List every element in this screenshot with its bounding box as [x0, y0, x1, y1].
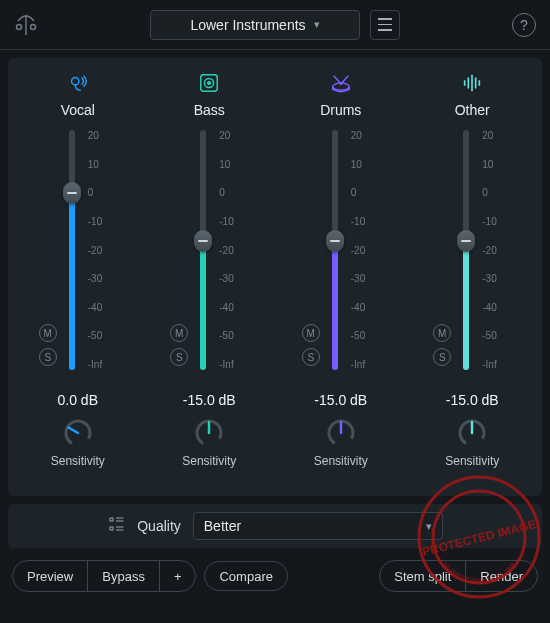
bypass-button[interactable]: Bypass	[87, 561, 159, 591]
mute-button[interactable]: M	[433, 324, 451, 342]
add-button[interactable]: +	[159, 561, 196, 591]
preview-button[interactable]: Preview	[13, 561, 87, 591]
svg-point-1	[31, 24, 36, 29]
scale-tick: 10	[88, 159, 118, 170]
scale-tick: -Inf	[351, 359, 381, 370]
db-scale: 20100-10-20-30-40-50-Inf	[478, 130, 512, 370]
db-scale: 20100-10-20-30-40-50-Inf	[215, 130, 249, 370]
scale-tick: 0	[219, 187, 249, 198]
sensitivity-knob[interactable]	[194, 418, 224, 448]
mute-solo-column: MS	[169, 130, 189, 370]
quality-icon	[107, 515, 125, 537]
solo-button[interactable]: S	[302, 348, 320, 366]
db-scale: 20100-10-20-30-40-50-Inf	[347, 130, 381, 370]
scale-tick: -20	[482, 245, 512, 256]
mute-button[interactable]: M	[302, 324, 320, 342]
db-readout: 0.0 dB	[58, 392, 98, 408]
sensitivity-label: Sensitivity	[51, 454, 105, 468]
gain-fader[interactable]	[60, 130, 82, 370]
db-readout: -15.0 dB	[183, 392, 236, 408]
scale-tick: -30	[88, 273, 118, 284]
fader-thumb[interactable]	[326, 230, 344, 252]
scale-tick: -10	[351, 216, 381, 227]
sensitivity-knob[interactable]	[63, 418, 93, 448]
mute-button[interactable]: M	[170, 324, 188, 342]
scale-tick: -20	[88, 245, 118, 256]
scale-tick: -10	[88, 216, 118, 227]
quality-dropdown[interactable]: Better ▾	[193, 512, 443, 540]
plugin-logo-icon	[14, 13, 38, 37]
header-bar: Lower Instruments ▾ ?	[0, 0, 550, 50]
scale-tick: 20	[88, 130, 118, 141]
scale-tick: 10	[482, 159, 512, 170]
channel-strip-bass: BassMS20100-10-20-30-40-50-Inf-15.0 dBSe…	[144, 68, 276, 484]
db-readout: -15.0 dB	[314, 392, 367, 408]
fader-thumb[interactable]	[194, 230, 212, 252]
svg-line-4	[68, 428, 78, 434]
help-button[interactable]: ?	[512, 13, 536, 37]
scale-tick: -Inf	[88, 359, 118, 370]
scale-tick: -50	[482, 330, 512, 341]
bass-icon	[198, 70, 220, 96]
compare-button[interactable]: Compare	[204, 561, 287, 591]
gain-fader[interactable]	[191, 130, 213, 370]
fader-thumb[interactable]	[63, 182, 81, 204]
fader-thumb[interactable]	[457, 230, 475, 252]
scale-tick: -50	[88, 330, 118, 341]
solo-button[interactable]: S	[433, 348, 451, 366]
scale-tick: -Inf	[482, 359, 512, 370]
scale-tick: -50	[351, 330, 381, 341]
scale-tick: -30	[482, 273, 512, 284]
stem-split-button[interactable]: Stem split	[380, 561, 465, 591]
scale-tick: 0	[351, 187, 381, 198]
scale-tick: -30	[351, 273, 381, 284]
fader-area: MS20100-10-20-30-40-50-Inf	[38, 130, 118, 378]
scale-tick: 0	[482, 187, 512, 198]
mute-button[interactable]: M	[39, 324, 57, 342]
scale-tick: -50	[219, 330, 249, 341]
solo-button[interactable]: S	[170, 348, 188, 366]
preset-name: Lower Instruments	[190, 17, 305, 33]
quality-selected: Better	[204, 518, 241, 534]
svg-point-2	[71, 78, 78, 85]
sensitivity-label: Sensitivity	[314, 454, 368, 468]
footer-toolbar: Preview Bypass + Compare Stem split Rend…	[0, 548, 550, 604]
scale-tick: -10	[219, 216, 249, 227]
preset-dropdown[interactable]: Lower Instruments ▾	[150, 10, 360, 40]
db-scale: 20100-10-20-30-40-50-Inf	[84, 130, 118, 370]
render-button[interactable]: Render	[465, 561, 537, 591]
gain-fader[interactable]	[454, 130, 476, 370]
channel-name: Bass	[194, 102, 225, 118]
channel-strip-panel: VocalMS20100-10-20-30-40-50-Inf0.0 dBSen…	[8, 58, 542, 496]
scale-tick: -40	[219, 302, 249, 313]
menu-button[interactable]	[370, 10, 400, 40]
other-icon	[461, 70, 483, 96]
channel-strip-drums: DrumsMS20100-10-20-30-40-50-Inf-15.0 dBS…	[275, 68, 407, 484]
quality-panel: Quality Better ▾	[8, 504, 542, 548]
scale-tick: -10	[482, 216, 512, 227]
channel-strip-other: OtherMS20100-10-20-30-40-50-Inf-15.0 dBS…	[407, 68, 539, 484]
preview-group: Preview Bypass +	[12, 560, 196, 592]
svg-rect-23	[110, 527, 113, 530]
scale-tick: -20	[351, 245, 381, 256]
sensitivity-label: Sensitivity	[182, 454, 236, 468]
channel-strip-vocal: VocalMS20100-10-20-30-40-50-Inf0.0 dBSen…	[12, 68, 144, 484]
channel-name: Other	[455, 102, 490, 118]
chevron-down-icon: ▾	[426, 520, 432, 533]
sensitivity-knob[interactable]	[326, 418, 356, 448]
solo-button[interactable]: S	[39, 348, 57, 366]
mute-solo-column: MS	[38, 130, 58, 370]
drums-icon	[330, 70, 352, 96]
fader-area: MS20100-10-20-30-40-50-Inf	[301, 130, 381, 378]
vocal-icon	[67, 70, 89, 96]
help-label: ?	[520, 17, 528, 33]
scale-tick: -40	[88, 302, 118, 313]
scale-tick: 20	[482, 130, 512, 141]
sensitivity-label: Sensitivity	[445, 454, 499, 468]
gain-fader[interactable]	[323, 130, 345, 370]
mute-solo-column: MS	[432, 130, 452, 370]
scale-tick: 20	[351, 130, 381, 141]
fader-area: MS20100-10-20-30-40-50-Inf	[169, 130, 249, 378]
sensitivity-knob[interactable]	[457, 418, 487, 448]
svg-point-7	[208, 82, 211, 85]
